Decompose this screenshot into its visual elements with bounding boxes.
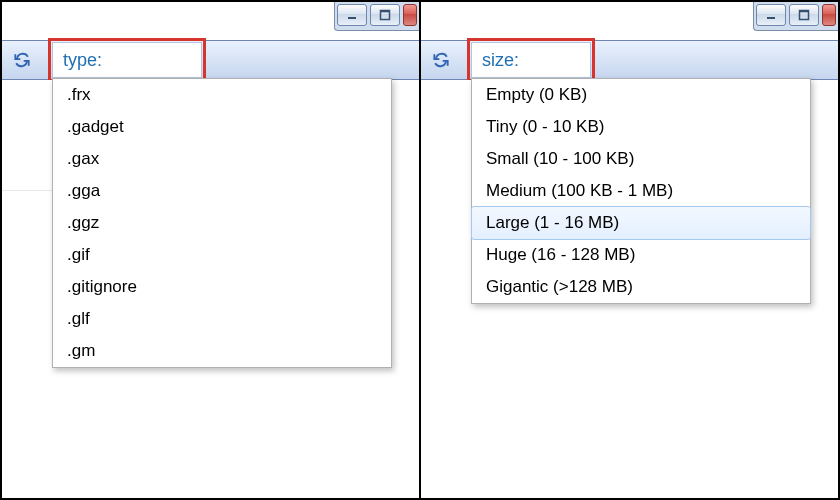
suggestion-item[interactable]: .ggz xyxy=(53,207,391,239)
suggestion-item[interactable]: .gga xyxy=(53,175,391,207)
close-button[interactable] xyxy=(403,4,417,26)
suggestion-item[interactable]: Medium (100 KB - 1 MB) xyxy=(472,175,810,207)
suggestion-item[interactable]: Small (10 - 100 KB) xyxy=(472,143,810,175)
content-area xyxy=(2,80,52,498)
suggestion-dropdown: .frx .gadget .gax .gga .ggz .gif .gitign… xyxy=(52,78,392,368)
maximize-button[interactable] xyxy=(370,4,400,26)
search-input[interactable]: size: xyxy=(471,42,591,78)
suggestion-item[interactable]: .frx xyxy=(53,79,391,111)
suggestion-item[interactable]: Large (1 - 16 MB) xyxy=(471,206,811,240)
suggestion-item[interactable]: Huge (16 - 128 MB) xyxy=(472,239,810,271)
minimize-button[interactable] xyxy=(756,4,786,26)
minimize-button[interactable] xyxy=(337,4,367,26)
suggestion-item[interactable]: .gm xyxy=(53,335,391,367)
suggestion-item[interactable]: .gax xyxy=(53,143,391,175)
search-text: size: xyxy=(482,50,519,71)
suggestion-item[interactable]: .gif xyxy=(53,239,391,271)
search-text: type: xyxy=(63,50,102,71)
window-caption-buttons xyxy=(334,2,419,31)
suggestion-item[interactable]: .gitignore xyxy=(53,271,391,303)
suggestion-item[interactable]: .gadget xyxy=(53,111,391,143)
left-pane: type: .frx .gadget .gax .gga .ggz .gif .… xyxy=(2,2,419,498)
suggestion-item[interactable]: Tiny (0 - 10 KB) xyxy=(472,111,810,143)
content-area xyxy=(421,80,471,498)
suggestion-item[interactable]: Gigantic (>128 MB) xyxy=(472,271,810,303)
window-caption-buttons xyxy=(753,2,838,31)
suggestion-dropdown: Empty (0 KB) Tiny (0 - 10 KB) Small (10 … xyxy=(471,78,811,304)
right-pane: size: Empty (0 KB) Tiny (0 - 10 KB) Smal… xyxy=(419,2,838,498)
search-input[interactable]: type: xyxy=(52,42,202,78)
close-button[interactable] xyxy=(822,4,836,26)
suggestion-item[interactable]: .glf xyxy=(53,303,391,335)
maximize-button[interactable] xyxy=(789,4,819,26)
suggestion-item[interactable]: Empty (0 KB) xyxy=(472,79,810,111)
refresh-icon[interactable] xyxy=(427,46,455,74)
refresh-icon[interactable] xyxy=(8,46,36,74)
